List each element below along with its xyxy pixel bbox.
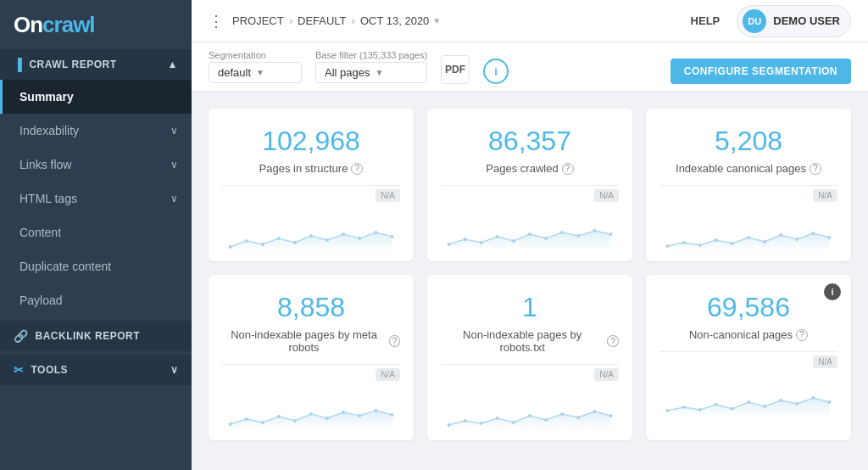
card-help-icon[interactable]: ? (796, 329, 808, 341)
card-na-badge: N/A (594, 189, 619, 202)
help-link[interactable]: HELP (691, 14, 721, 27)
mini-chart (659, 209, 837, 251)
card-divider (659, 351, 837, 352)
card-help-icon[interactable]: ? (562, 163, 574, 175)
svg-point-19 (544, 237, 548, 240)
sidebar-item-indexability[interactable]: Indexability ∨ (0, 114, 192, 148)
svg-point-13 (448, 243, 451, 246)
svg-point-5 (293, 241, 297, 244)
card-na-badge: N/A (813, 355, 837, 368)
card-divider (441, 364, 619, 365)
mini-chart (222, 209, 400, 251)
svg-point-2 (245, 239, 248, 243)
svg-point-42 (309, 412, 313, 416)
svg-point-9 (358, 237, 361, 240)
card-pages-in-structure: 102,968 Pages in structure ? N/A (209, 109, 414, 261)
svg-point-6 (309, 234, 313, 238)
card-na-badge: N/A (376, 368, 400, 381)
pdf-icon: PDF (445, 64, 465, 76)
backlink-report-header[interactable]: 🔗 BACKLINK REPORT (0, 321, 192, 351)
sidebar-item-payload[interactable]: Payload (0, 283, 192, 317)
svg-point-10 (374, 231, 377, 234)
card-label: Non-canonical pages ? (689, 328, 808, 341)
svg-point-71 (828, 400, 832, 404)
breadcrumb-project[interactable]: PROJECT (232, 14, 284, 27)
card-help-icon[interactable]: ? (351, 163, 363, 175)
menu-dots-icon[interactable]: ⋮ (209, 12, 224, 31)
base-filter-value: All pages (325, 66, 370, 79)
card-help-icon[interactable]: ? (810, 163, 821, 175)
sidebar-item-html-tags[interactable]: HTML tags ∨ (0, 182, 192, 215)
card-divider (222, 364, 400, 365)
avatar: DU (743, 9, 766, 33)
breadcrumb: PROJECT › DEFAULT › OCT 13, 2020 ▼ (232, 14, 441, 27)
info-button[interactable]: i (483, 59, 509, 84)
svg-point-33 (795, 238, 798, 241)
breadcrumb-sep-2: › (352, 14, 355, 27)
svg-point-44 (342, 411, 345, 414)
segmentation-arrow-icon: ▼ (256, 68, 264, 77)
card-non-canonical: i 69,586 Non-canonical pages ? N/A (646, 275, 851, 440)
sidebar-item-links-flow[interactable]: Links flow ∨ (0, 148, 192, 182)
user-label: DEMO USER (773, 14, 840, 27)
sidebar-item-content[interactable]: Content (0, 215, 192, 249)
svg-point-1 (229, 245, 232, 249)
mini-chart (441, 388, 619, 430)
tools-header[interactable]: ✂ TOOLS ∨ (0, 355, 192, 385)
tools-label: TOOLS (31, 364, 69, 376)
logo: Oncrawl (0, 0, 192, 49)
sidebar-item-summary[interactable]: Summary (0, 80, 192, 114)
sidebar-item-summary-label: Summary (19, 90, 74, 104)
card-value: 8,858 (277, 292, 345, 323)
svg-point-57 (576, 416, 580, 419)
sidebar-item-duplicate-content[interactable]: Duplicate content (0, 249, 192, 283)
svg-point-46 (374, 409, 377, 412)
crawl-report-header[interactable]: ▐ CRAWL REPORT ▲ (0, 49, 192, 80)
svg-point-14 (464, 238, 467, 241)
base-filter-select[interactable]: All pages ▼ (315, 62, 427, 83)
breadcrumb-default[interactable]: DEFAULT (298, 14, 347, 27)
card-info-icon[interactable]: i (824, 283, 841, 300)
mini-chart (441, 209, 619, 251)
card-label: Pages in structure ? (259, 162, 364, 175)
logo-crawl: crawl (42, 12, 95, 37)
segmentation-select[interactable]: default ▼ (209, 62, 302, 83)
sidebar-item-payload-label: Payload (19, 294, 63, 307)
svg-point-25 (666, 244, 670, 248)
svg-point-27 (698, 243, 702, 247)
sidebar-item-html-tags-label: HTML tags (19, 192, 77, 205)
content-area: 102,968 Pages in structure ? N/A 86,357 … (192, 92, 868, 470)
svg-point-51 (480, 422, 483, 425)
breadcrumb-date[interactable]: OCT 13, 2020 ▼ (360, 14, 441, 27)
svg-point-69 (795, 402, 798, 406)
svg-point-23 (609, 232, 613, 236)
svg-point-59 (609, 414, 613, 417)
svg-point-22 (593, 229, 596, 232)
svg-point-31 (763, 240, 766, 243)
card-help-icon[interactable]: ? (389, 335, 400, 347)
svg-point-17 (512, 239, 515, 243)
svg-point-34 (811, 232, 815, 235)
breadcrumb-date-arrow: ▼ (432, 16, 441, 25)
svg-point-3 (261, 243, 264, 246)
svg-point-55 (544, 418, 548, 422)
bar-chart-icon: ▐ (14, 58, 22, 71)
card-help-icon[interactable]: ? (607, 335, 619, 347)
svg-point-30 (747, 236, 750, 239)
configure-segmentation-button[interactable]: CONFIGURE SEGMENTATION (670, 59, 851, 84)
card-indexable-canonical: 5,208 Indexable canonical pages ? N/A (646, 109, 851, 261)
backlink-report-label: BACKLINK REPORT (36, 330, 141, 342)
svg-point-45 (358, 414, 361, 417)
card-value: 102,968 (262, 126, 360, 157)
svg-point-15 (480, 241, 483, 244)
svg-point-67 (763, 405, 766, 408)
svg-point-49 (448, 423, 451, 427)
svg-point-64 (715, 403, 718, 406)
user-menu-button[interactable]: DU DEMO USER (737, 5, 851, 37)
pdf-export-button[interactable]: PDF (441, 55, 470, 84)
card-na-badge: N/A (813, 189, 837, 202)
svg-point-53 (512, 421, 515, 424)
card-value: 5,208 (715, 126, 782, 157)
svg-point-43 (326, 417, 329, 420)
svg-point-8 (342, 232, 345, 236)
